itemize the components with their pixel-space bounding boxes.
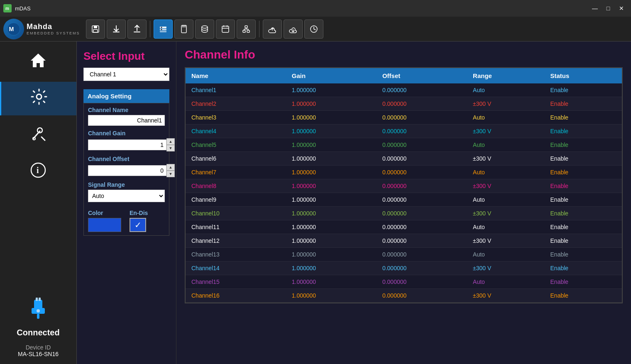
cell-offset: 0.000000 xyxy=(377,248,467,261)
table-row[interactable]: Channel1 1.000000 0.000000 Auto Enable xyxy=(186,83,622,97)
upload-button[interactable] xyxy=(127,20,147,39)
channel-offset-input[interactable] xyxy=(88,165,166,176)
cell-name: Channel14 xyxy=(186,261,286,275)
sidebar-item-home[interactable] xyxy=(0,46,76,78)
cell-status: Enable xyxy=(545,261,622,275)
svg-point-30 xyxy=(37,94,42,99)
table-row[interactable]: Channel11 1.000000 0.000000 Auto Enable xyxy=(186,220,622,234)
sidebar-item-settings[interactable] xyxy=(0,82,76,115)
analog-setting-header: Analog Setting xyxy=(83,89,169,103)
cell-offset: 0.000000 xyxy=(377,207,467,220)
table-row[interactable]: Channel2 1.000000 0.000000 ±300 V Enable xyxy=(186,97,622,111)
table-row[interactable]: Channel4 1.000000 0.000000 ±300 V Enable xyxy=(186,125,622,138)
svg-text:i: i xyxy=(37,166,39,175)
sidebar-item-tools[interactable] xyxy=(0,119,76,152)
cell-gain: 1.000000 xyxy=(286,97,377,111)
cloud-upload-button[interactable] xyxy=(263,20,282,39)
cell-gain: 1.000000 xyxy=(286,152,377,166)
channel-gain-input[interactable] xyxy=(88,139,166,150)
offset-down-button[interactable]: ▼ xyxy=(166,171,175,177)
svg-point-16 xyxy=(202,26,208,28)
cell-status: Enable xyxy=(545,289,622,303)
signal-range-select[interactable]: Auto ±300 V ±100 V ±10 V xyxy=(88,190,165,202)
offset-up-button[interactable]: ▲ xyxy=(166,164,175,171)
table-row[interactable]: Channel13 1.000000 0.000000 Auto Enable xyxy=(186,248,622,261)
channel-offset-label: Channel Offset xyxy=(88,156,165,162)
cell-name: Channel4 xyxy=(186,125,286,138)
close-button[interactable]: ✕ xyxy=(615,2,628,14)
endis-label: En-Dis xyxy=(130,210,148,216)
table-row[interactable]: Channel12 1.000000 0.000000 ±300 V Enabl… xyxy=(186,234,622,248)
svg-rect-23 xyxy=(247,30,249,32)
checkmark-icon: ✓ xyxy=(135,220,142,230)
endis-checkbox[interactable]: ✓ xyxy=(130,218,146,232)
download-button[interactable] xyxy=(107,20,126,39)
channel-info-title: Channel Info xyxy=(185,48,623,61)
cell-status: Enable xyxy=(545,97,622,111)
table-row[interactable]: Channel6 1.000000 0.000000 ±300 V Enable xyxy=(186,152,622,166)
cell-offset: 0.000000 xyxy=(377,193,467,207)
save-button[interactable] xyxy=(86,20,105,39)
cell-gain: 1.000000 xyxy=(286,248,377,261)
cell-range: Auto xyxy=(467,138,544,152)
channel-table-container[interactable]: Name Gain Offset Range Status Channel1 1… xyxy=(185,67,623,303)
sidebar-item-info[interactable]: i xyxy=(0,156,76,188)
cell-gain: 1.000000 xyxy=(286,83,377,97)
window-controls: — □ ✕ xyxy=(589,2,628,14)
history-button[interactable] xyxy=(304,20,323,39)
svg-rect-6 xyxy=(93,29,98,32)
channel-offset-spinner: ▲ ▼ xyxy=(166,164,175,177)
database-button[interactable] xyxy=(195,20,214,39)
table-row[interactable]: Channel15 1.000000 0.000000 Auto Enable xyxy=(186,275,622,289)
calendar-button[interactable] xyxy=(216,20,235,39)
maximize-button[interactable]: □ xyxy=(602,2,614,14)
cell-range: Auto xyxy=(467,275,544,289)
gain-down-button[interactable]: ▼ xyxy=(166,145,175,151)
color-swatch[interactable] xyxy=(88,218,121,232)
table-row[interactable]: Channel5 1.000000 0.000000 Auto Enable xyxy=(186,138,622,152)
color-section: Color xyxy=(88,210,121,232)
main-area: i Connected Device ID MA-SL16-SN16 xyxy=(0,42,631,364)
network-button[interactable] xyxy=(237,20,256,39)
toolbar: M Mahda EMBEDDED SYSTEMS xyxy=(0,17,631,42)
channel-gain-spinner: ▲ ▼ xyxy=(166,138,175,151)
table-row[interactable]: Channel8 1.000000 0.000000 ±300 V Enable xyxy=(186,179,622,193)
cell-name: Channel1 xyxy=(186,83,286,97)
cell-name: Channel3 xyxy=(186,111,286,125)
channel-table: Name Gain Offset Range Status Channel1 1… xyxy=(186,68,622,303)
cloud-download-button[interactable] xyxy=(284,20,303,39)
channel-select[interactable]: Channel 1 Channel 2 Channel 3 Channel 4 … xyxy=(83,68,169,81)
color-label: Color xyxy=(88,210,121,216)
table-row[interactable]: Channel10 1.000000 0.000000 ±300 V Enabl… xyxy=(186,207,622,220)
io-settings-button[interactable] xyxy=(154,20,173,39)
cell-range: ±300 V xyxy=(467,234,544,248)
table-row[interactable]: Channel16 1.000000 0.000000 ±300 V Enabl… xyxy=(186,289,622,303)
cell-name: Channel10 xyxy=(186,207,286,220)
minimize-button[interactable]: — xyxy=(589,2,601,14)
svg-point-10 xyxy=(161,27,162,28)
table-row[interactable]: Channel7 1.000000 0.000000 Auto Enable xyxy=(186,166,622,179)
tools-icon xyxy=(30,125,46,146)
table-row[interactable]: Channel3 1.000000 0.000000 Auto Enable xyxy=(186,111,622,125)
col-header-name: Name xyxy=(186,68,286,83)
cell-status: Enable xyxy=(545,125,622,138)
table-row[interactable]: Channel9 1.000000 0.000000 Auto Enable xyxy=(186,193,622,207)
cell-name: Channel2 xyxy=(186,97,286,111)
svg-line-33 xyxy=(42,137,45,140)
gain-up-button[interactable]: ▲ xyxy=(166,138,175,145)
col-header-offset: Offset xyxy=(377,68,467,83)
svg-rect-5 xyxy=(94,26,97,28)
cell-offset: 0.000000 xyxy=(377,125,467,138)
device-id-value: MA-SL16-SN16 xyxy=(18,351,59,357)
sd-card-button[interactable] xyxy=(174,20,193,39)
channel-name-input[interactable] xyxy=(88,115,165,126)
device-id-label: Device ID xyxy=(26,344,51,351)
cell-status: Enable xyxy=(545,207,622,220)
cell-name: Channel8 xyxy=(186,179,286,193)
cell-name: Channel15 xyxy=(186,275,286,289)
cell-offset: 0.000000 xyxy=(377,166,467,179)
app-title: mDAS xyxy=(15,5,31,12)
table-row[interactable]: Channel14 1.000000 0.000000 ±300 V Enabl… xyxy=(186,261,622,275)
color-endis-row: Color En-Dis ✓ xyxy=(88,210,165,232)
cell-gain: 1.000000 xyxy=(286,138,377,152)
